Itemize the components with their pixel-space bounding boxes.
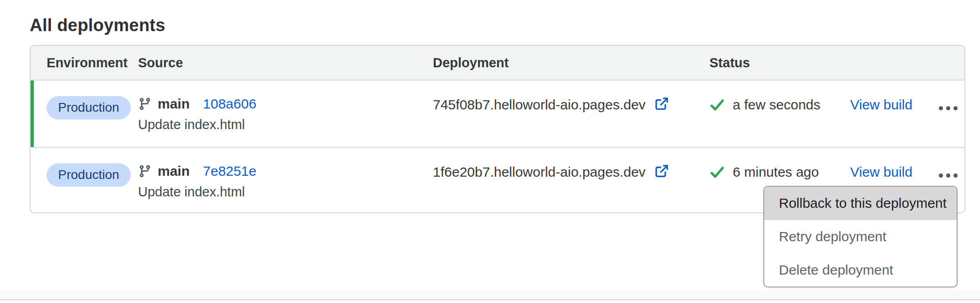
col-header-empty [850, 46, 938, 80]
row-actions-menu-button[interactable] [938, 104, 959, 112]
commit-message: Update index.html [138, 184, 433, 200]
commit-message: Update index.html [138, 117, 433, 132]
environment-cell: Production [31, 148, 138, 212]
page-divider [0, 299, 980, 300]
menu-item-retry[interactable]: Retry deployment [764, 220, 957, 254]
page-title: All deployments [30, 16, 165, 35]
commit-link[interactable]: 108a606 [203, 96, 256, 112]
source-cell: main 108a606 Update index.html [138, 81, 433, 147]
git-branch-icon [138, 164, 152, 178]
environment-badge: Production [47, 96, 131, 119]
branch-name: main [158, 96, 190, 112]
check-icon [709, 165, 725, 180]
status-time: a few seconds [733, 97, 820, 113]
deployment-cell: 1f6e20b7.helloworld-aio.pages.dev [433, 148, 709, 212]
view-build-link[interactable]: View build [850, 164, 912, 179]
row-actions-menu-button[interactable] [938, 172, 959, 179]
deployment-url: 1f6e20b7.helloworld-aio.pages.dev [433, 164, 645, 180]
table-header-row: Environment Source Deployment Status [31, 46, 964, 81]
commit-link[interactable]: 7e8251e [203, 163, 256, 179]
col-header-source: Source [138, 46, 433, 80]
menu-item-rollback[interactable]: Rollback to this deployment [764, 187, 957, 220]
deployment-actions-menu: Rollback to this deployment Retry deploy… [763, 186, 958, 287]
col-header-empty [938, 46, 964, 80]
deployment-url: 745f08b7.helloworld-aio.pages.dev [433, 97, 645, 113]
branch-name: main [158, 163, 190, 179]
external-link-icon[interactable] [654, 163, 669, 179]
check-icon [709, 98, 725, 113]
status-time: 6 minutes ago [733, 164, 819, 180]
actions-cell [938, 81, 964, 147]
git-branch-icon [138, 97, 152, 111]
view-build-link[interactable]: View build [850, 97, 912, 112]
source-cell: main 7e8251e Update index.html [138, 148, 433, 212]
environment-badge: Production [47, 163, 131, 187]
deployments-page: All deployments Environment Source Deplo… [0, 0, 980, 303]
deployment-row-1: Production main 108a606 Update index.htm… [31, 81, 964, 147]
col-header-environment: Environment [31, 46, 138, 80]
footer-band [0, 291, 980, 299]
status-cell: a few seconds [709, 81, 850, 147]
col-header-deployment: Deployment [433, 46, 709, 80]
menu-item-delete[interactable]: Delete deployment [764, 253, 957, 287]
external-link-icon[interactable] [654, 96, 669, 112]
environment-cell: Production [31, 81, 138, 147]
deployment-cell: 745f08b7.helloworld-aio.pages.dev [433, 81, 709, 147]
col-header-status: Status [709, 46, 850, 80]
view-build-cell: View build [850, 81, 938, 147]
